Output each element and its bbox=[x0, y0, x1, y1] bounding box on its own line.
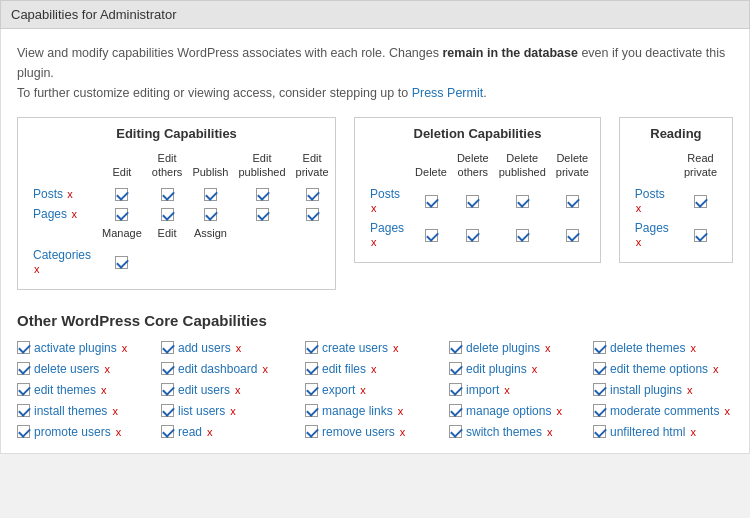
posts-label[interactable]: Posts bbox=[33, 187, 63, 201]
cap-checkbox[interactable] bbox=[593, 404, 606, 417]
cap-remove[interactable]: x bbox=[545, 342, 551, 354]
cap-label[interactable]: edit users bbox=[178, 383, 230, 397]
cap-checkbox[interactable] bbox=[449, 341, 462, 354]
cap-checkbox[interactable] bbox=[161, 341, 174, 354]
read-posts-cb[interactable] bbox=[694, 195, 707, 208]
pages-remove[interactable]: x bbox=[71, 208, 77, 220]
cap-checkbox[interactable] bbox=[449, 425, 462, 438]
cap-remove[interactable]: x bbox=[556, 405, 562, 417]
cap-remove[interactable]: x bbox=[400, 426, 406, 438]
cap-remove[interactable]: x bbox=[724, 405, 730, 417]
del-pages-cb4[interactable] bbox=[566, 229, 579, 242]
cap-remove[interactable]: x bbox=[230, 405, 236, 417]
cap-checkbox[interactable] bbox=[593, 383, 606, 396]
cap-checkbox[interactable] bbox=[305, 404, 318, 417]
cap-remove[interactable]: x bbox=[504, 384, 510, 396]
cap-checkbox[interactable] bbox=[593, 425, 606, 438]
cap-remove[interactable]: x bbox=[547, 426, 553, 438]
del-posts-cb1[interactable] bbox=[425, 195, 438, 208]
cap-remove[interactable]: x bbox=[371, 363, 377, 375]
cap-remove[interactable]: x bbox=[236, 342, 242, 354]
del-pages-cb2[interactable] bbox=[466, 229, 479, 242]
cap-label[interactable]: promote users bbox=[34, 425, 111, 439]
cap-label[interactable]: delete users bbox=[34, 362, 99, 376]
read-posts-label[interactable]: Posts bbox=[635, 187, 665, 201]
cap-remove[interactable]: x bbox=[393, 342, 399, 354]
cap-checkbox[interactable] bbox=[593, 341, 606, 354]
cap-remove[interactable]: x bbox=[262, 363, 268, 375]
cap-checkbox[interactable] bbox=[17, 404, 30, 417]
cap-remove[interactable]: x bbox=[112, 405, 118, 417]
cap-label[interactable]: moderate comments bbox=[610, 404, 719, 418]
posts-published-cb[interactable] bbox=[256, 188, 269, 201]
pages-edit-cb[interactable] bbox=[115, 208, 128, 221]
cap-label[interactable]: edit dashboard bbox=[178, 362, 257, 376]
cap-remove[interactable]: x bbox=[690, 426, 696, 438]
cap-label[interactable]: add users bbox=[178, 341, 231, 355]
read-pages-remove[interactable]: x bbox=[636, 236, 642, 248]
cap-label[interactable]: list users bbox=[178, 404, 225, 418]
cap-checkbox[interactable] bbox=[161, 383, 174, 396]
cap-remove[interactable]: x bbox=[687, 384, 693, 396]
del-posts-cb3[interactable] bbox=[516, 195, 529, 208]
cap-label[interactable]: delete themes bbox=[610, 341, 685, 355]
cap-checkbox[interactable] bbox=[17, 383, 30, 396]
cap-checkbox[interactable] bbox=[305, 362, 318, 375]
cap-label[interactable]: edit files bbox=[322, 362, 366, 376]
cap-checkbox[interactable] bbox=[17, 362, 30, 375]
cap-checkbox[interactable] bbox=[161, 425, 174, 438]
pages-publish-cb[interactable] bbox=[204, 208, 217, 221]
pages-published-cb[interactable] bbox=[256, 208, 269, 221]
cap-remove[interactable]: x bbox=[398, 405, 404, 417]
cap-label[interactable]: manage links bbox=[322, 404, 393, 418]
cap-label[interactable]: manage options bbox=[466, 404, 551, 418]
cap-label[interactable]: delete plugins bbox=[466, 341, 540, 355]
posts-edit-cb[interactable] bbox=[115, 188, 128, 201]
del-pages-label[interactable]: Pages bbox=[370, 221, 404, 235]
cap-remove[interactable]: x bbox=[122, 342, 128, 354]
categories-remove[interactable]: x bbox=[34, 263, 40, 275]
cap-checkbox[interactable] bbox=[449, 362, 462, 375]
del-posts-cb2[interactable] bbox=[466, 195, 479, 208]
categories-manage-cb[interactable] bbox=[115, 256, 128, 269]
cap-checkbox[interactable] bbox=[305, 341, 318, 354]
cap-remove[interactable]: x bbox=[360, 384, 366, 396]
cap-label[interactable]: read bbox=[178, 425, 202, 439]
cap-label[interactable]: export bbox=[322, 383, 355, 397]
posts-remove[interactable]: x bbox=[67, 188, 73, 200]
cap-remove[interactable]: x bbox=[207, 426, 213, 438]
posts-private-cb[interactable] bbox=[306, 188, 319, 201]
cap-remove[interactable]: x bbox=[235, 384, 241, 396]
cap-checkbox[interactable] bbox=[17, 341, 30, 354]
cap-checkbox[interactable] bbox=[305, 383, 318, 396]
cap-checkbox[interactable] bbox=[593, 362, 606, 375]
posts-others-cb[interactable] bbox=[161, 188, 174, 201]
cap-label[interactable]: edit themes bbox=[34, 383, 96, 397]
cap-checkbox[interactable] bbox=[161, 404, 174, 417]
cap-label[interactable]: unfiltered html bbox=[610, 425, 685, 439]
pages-others-cb[interactable] bbox=[161, 208, 174, 221]
cap-remove[interactable]: x bbox=[116, 426, 122, 438]
pages-label[interactable]: Pages bbox=[33, 207, 67, 221]
cap-remove[interactable]: x bbox=[101, 384, 107, 396]
categories-label[interactable]: Categories bbox=[33, 248, 91, 262]
cap-label[interactable]: activate plugins bbox=[34, 341, 117, 355]
cap-remove[interactable]: x bbox=[713, 363, 719, 375]
del-pages-cb1[interactable] bbox=[425, 229, 438, 242]
cap-label[interactable]: install themes bbox=[34, 404, 107, 418]
read-pages-cb[interactable] bbox=[694, 229, 707, 242]
cap-checkbox[interactable] bbox=[449, 404, 462, 417]
cap-remove[interactable]: x bbox=[532, 363, 538, 375]
cap-checkbox[interactable] bbox=[17, 425, 30, 438]
cap-checkbox[interactable] bbox=[449, 383, 462, 396]
cap-label[interactable]: edit plugins bbox=[466, 362, 527, 376]
read-posts-remove[interactable]: x bbox=[636, 202, 642, 214]
read-pages-label[interactable]: Pages bbox=[635, 221, 669, 235]
cap-label[interactable]: create users bbox=[322, 341, 388, 355]
cap-remove[interactable]: x bbox=[104, 363, 110, 375]
pages-private-cb[interactable] bbox=[306, 208, 319, 221]
del-posts-remove[interactable]: x bbox=[371, 202, 377, 214]
cap-remove[interactable]: x bbox=[690, 342, 696, 354]
cap-label[interactable]: edit theme options bbox=[610, 362, 708, 376]
del-pages-remove[interactable]: x bbox=[371, 236, 377, 248]
